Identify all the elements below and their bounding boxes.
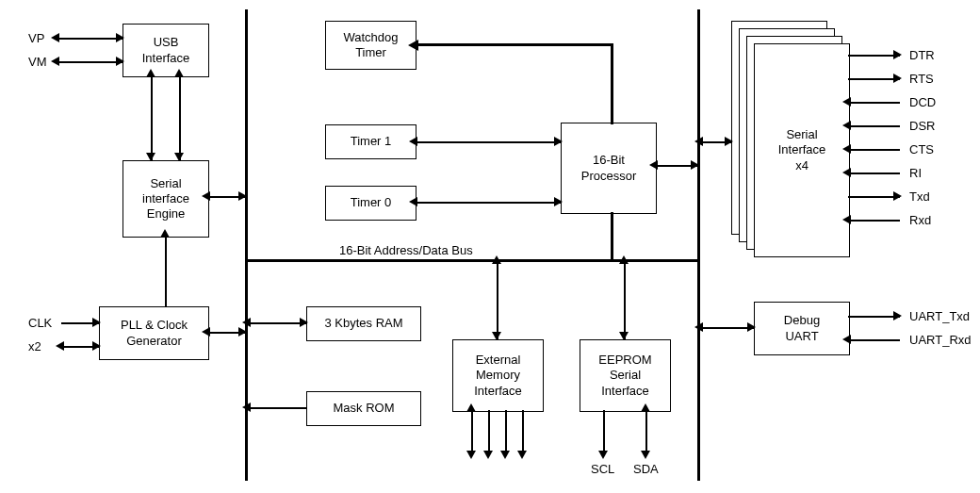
signal-x2: x2 — [28, 339, 41, 353]
signal-uart-txd: UART_Txd — [909, 309, 970, 323]
pll-clock-generator-block: PLL & ClockGenerator — [99, 306, 209, 360]
signal-rxd: Rxd — [909, 213, 931, 227]
debug-uart-label: DebugUART — [784, 313, 820, 344]
arrow-down-icon — [517, 451, 527, 459]
conn-debug-rbus — [700, 327, 754, 329]
eeprom-label: EEPROMSerialInterface — [598, 353, 651, 399]
external-memory-interface-block: ExternalMemoryInterface — [452, 339, 544, 412]
processor-block: 16-BitProcessor — [561, 123, 657, 214]
arrow-left-icon — [202, 191, 210, 201]
usb-interface-block: USBInterface — [122, 24, 209, 77]
conn-txd — [848, 196, 900, 198]
conn-usb-sie-a — [151, 75, 153, 160]
arrow-right-icon — [747, 322, 756, 332]
conn-eeprom-bus — [624, 262, 626, 339]
eeprom-sda-pin — [645, 410, 647, 452]
arrow-up-icon — [619, 255, 629, 264]
arrow-left-icon — [202, 327, 210, 337]
serial-interface-x4-block: SerialInterfacex4 — [754, 43, 850, 257]
arrow-left-icon — [409, 197, 417, 206]
conn-wdt-cpu-h — [415, 43, 612, 46]
signal-dsr: DSR — [909, 119, 935, 133]
conn-sie-pll — [165, 236, 167, 306]
bus-label: 16-Bit Address/Data Bus — [339, 243, 473, 257]
arrow-left-icon — [409, 137, 417, 146]
arrow-right-icon — [725, 137, 733, 146]
arrow-down-icon — [641, 451, 650, 459]
arrow-left-icon — [694, 137, 703, 146]
signal-vp: VP — [28, 31, 44, 45]
arrow-right-icon — [238, 327, 247, 337]
arrow-left-icon — [842, 335, 851, 344]
right-bus — [697, 9, 700, 481]
conn-wdt-cpu-v — [611, 43, 613, 124]
arrow-down-icon — [500, 451, 510, 459]
signal-dcd: DCD — [909, 95, 936, 109]
arrow-left-icon — [51, 33, 59, 42]
arrow-right-icon — [300, 318, 308, 327]
arrow-right-icon — [92, 318, 101, 327]
arrow-left-icon — [51, 57, 59, 66]
arrow-down-icon — [483, 451, 493, 459]
arrow-left-icon — [242, 403, 251, 412]
conn-ri — [848, 173, 900, 174]
extmem-pin — [488, 410, 490, 452]
block-diagram: { "bus_label": "16-Bit Address/Data Bus"… — [0, 0, 980, 493]
timer0-label: Timer 0 — [351, 195, 392, 210]
conn-rxd — [848, 220, 900, 222]
arrow-right-icon — [554, 197, 563, 206]
conn-rom-lbus — [248, 407, 306, 409]
arrow-down-icon — [492, 332, 501, 340]
conn-timer0-cpu — [415, 202, 561, 204]
timer0-block: Timer 0 — [325, 186, 416, 221]
arrow-up-icon — [146, 69, 155, 77]
extmem-pin — [471, 410, 473, 452]
conn-extmem-bus — [497, 262, 498, 339]
arrow-right-icon — [238, 191, 247, 201]
arrow-right-icon — [691, 160, 699, 170]
ext-mem-label: ExternalMemoryInterface — [474, 353, 522, 399]
arrow-right-icon — [116, 33, 124, 42]
eeprom-scl-pin — [603, 410, 605, 452]
conn-uart-rxd — [848, 339, 900, 341]
arrow-left-icon — [408, 40, 418, 51]
arrow-up-icon — [174, 69, 184, 77]
arrow-right-icon — [893, 191, 902, 201]
timer1-label: Timer 1 — [351, 134, 392, 149]
signal-clk: CLK — [28, 316, 52, 330]
serial-x4-label: SerialInterfacex4 — [778, 127, 826, 173]
conn-dtr — [848, 55, 900, 57]
conn-ram-lbus — [248, 322, 306, 324]
eeprom-serial-interface-block: EEPROMSerialInterface — [580, 339, 671, 412]
timer1-block: Timer 1 — [325, 124, 416, 159]
arrow-up-icon — [160, 229, 170, 238]
extmem-pin — [505, 410, 507, 452]
arrow-left-icon — [842, 121, 851, 130]
arrow-down-icon — [619, 332, 629, 340]
mask-rom-block: Mask ROM — [306, 391, 421, 426]
arrow-left-icon — [242, 318, 251, 327]
signal-ri: RI — [909, 166, 922, 180]
arrow-down-icon — [598, 451, 608, 459]
arrow-down-icon — [146, 153, 155, 161]
arrow-right-icon — [92, 341, 101, 351]
signal-rts: RTS — [909, 72, 934, 86]
arrow-left-icon — [842, 215, 851, 224]
wdt-label: WatchdogTimer — [343, 30, 398, 61]
usb-interface-label: USBInterface — [142, 35, 190, 66]
conn-cts — [848, 149, 900, 151]
arrow-right-icon — [116, 57, 124, 66]
debug-uart-block: DebugUART — [754, 302, 850, 355]
arrow-up-icon — [466, 403, 476, 412]
arrow-right-icon — [893, 74, 902, 83]
conn-timer1-cpu — [415, 141, 561, 143]
arrow-left-icon — [842, 97, 851, 107]
arrow-left-icon — [842, 168, 851, 177]
address-data-bus — [245, 259, 700, 262]
conn-vp — [57, 38, 122, 40]
arrow-right-icon — [893, 50, 902, 59]
arrow-up-icon — [641, 403, 650, 412]
arrow-left-icon — [694, 322, 703, 332]
signal-vm: VM — [28, 55, 47, 69]
arrow-down-icon — [466, 451, 476, 459]
